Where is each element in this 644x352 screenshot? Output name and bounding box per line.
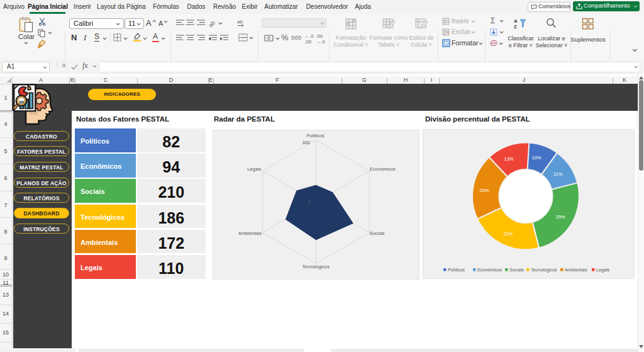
svg-text:Legais: Legais	[247, 166, 261, 172]
svg-text:Tecnológicos: Tecnológicos	[531, 267, 557, 273]
svg-text:ab: ab	[209, 20, 216, 28]
svg-text:Sociais: Sociais	[369, 230, 384, 236]
svg-text:Políticos: Políticos	[306, 133, 325, 139]
svg-text:ab: ab	[237, 19, 243, 25]
svg-text:Políticos: Políticos	[448, 267, 465, 273]
svg-text:22%: 22%	[503, 231, 513, 237]
svg-text:20%: 20%	[479, 187, 489, 193]
svg-text:Econômicos: Econômicos	[477, 267, 502, 273]
svg-text:Econômicos: Econômicos	[370, 166, 396, 172]
svg-text:Tecnológicos: Tecnológicos	[302, 263, 330, 269]
svg-text:Sociais: Sociais	[509, 267, 525, 273]
svg-text:Ambientais: Ambientais	[565, 267, 587, 273]
svg-text:25%: 25%	[555, 213, 565, 219]
svg-text:Ambientais: Ambientais	[238, 230, 261, 236]
svg-text:Legais: Legais	[596, 267, 610, 273]
svg-text:10%: 10%	[531, 155, 541, 161]
svg-text:300: 300	[302, 140, 310, 145]
svg-text:0: 0	[308, 200, 310, 204]
svg-text:A: A	[514, 18, 518, 24]
svg-text:11%: 11%	[553, 171, 563, 176]
svg-text:13%: 13%	[504, 156, 513, 161]
svg-text:Z: Z	[514, 24, 517, 29]
